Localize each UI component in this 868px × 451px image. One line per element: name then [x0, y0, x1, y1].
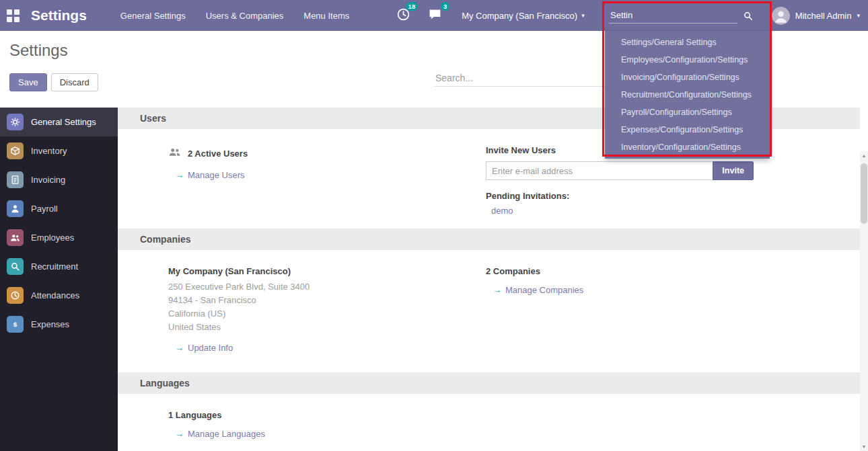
user-menu[interactable]: Mitchell Admin ▾ [772, 7, 860, 25]
companies-count: 2 Companies [486, 266, 768, 276]
sidebar-item-label: General Settings [31, 117, 96, 127]
sidebar-item-invoicing[interactable]: Invoicing [0, 165, 118, 194]
sidebar-item-employees[interactable]: Employees [0, 223, 118, 252]
company-address: 250 Executive Park Blvd, Suite 3400 9413… [168, 280, 486, 334]
arrow-right-icon: → [175, 429, 184, 439]
user-name-label: Mitchell Admin [795, 11, 852, 21]
sidebar-item-label: Invoicing [31, 175, 65, 185]
search-suggestion-item[interactable]: Expenses/Configuration/Settings [605, 121, 770, 138]
activities-button[interactable]: 18 [396, 7, 410, 24]
odoo-settings-screen: Settings General Settings Users & Compan… [0, 0, 868, 451]
sidebar-item-attendances[interactable]: Attendances [0, 281, 118, 310]
pending-invitations-label: Pending Invitations: [486, 191, 768, 201]
address-line: 250 Executive Park Blvd, Suite 3400 [168, 280, 486, 294]
scroll-up-arrow-icon[interactable]: ▲ [860, 153, 868, 158]
manage-languages-label: Manage Languages [188, 429, 265, 439]
scrollbar-thumb[interactable] [861, 163, 867, 224]
section-header-languages: Languages [118, 372, 860, 394]
gear-icon [7, 114, 24, 130]
manage-languages-link[interactable]: → Manage Languages [175, 429, 265, 439]
active-users-count: 2 Active Users [188, 149, 248, 159]
navbar-menus: General Settings Users & Companies Menu … [115, 7, 355, 25]
company-name: My Company (San Francisco) [168, 266, 486, 276]
arrow-right-icon: → [175, 170, 184, 180]
apps-grid-icon[interactable] [7, 9, 20, 22]
update-info-link[interactable]: → Update Info [175, 343, 233, 353]
search-icon[interactable] [743, 11, 753, 21]
vertical-scrollbar[interactable]: ▲ ▼ [860, 151, 868, 451]
sidebar-item-label: Employees [31, 233, 74, 243]
page-title: Settings [9, 41, 68, 60]
update-info-label: Update Info [188, 343, 233, 353]
dollar-icon: $ [7, 316, 24, 333]
sidebar-item-label: Payroll [31, 204, 58, 214]
search-suggestion-item[interactable]: Payroll/Configuration/Settings [605, 104, 770, 121]
users-group-icon [168, 145, 182, 161]
manage-companies-link[interactable]: → Manage Companies [493, 285, 583, 295]
save-button[interactable]: Save [9, 73, 47, 91]
control-panel-buttons: Save Discard [9, 73, 98, 91]
section-title: Users [140, 113, 166, 124]
languages-section: 1 Languages → Manage Languages [118, 394, 860, 451]
settings-sidebar: General Settings Inventory Invoicing Pay… [0, 108, 118, 451]
menu-users-companies[interactable]: Users & Companies [201, 7, 289, 25]
sidebar-item-label: Expenses [31, 319, 69, 329]
address-line: 94134 - San Francisco [168, 294, 486, 307]
manage-companies-label: Manage Companies [505, 285, 583, 295]
search-suggestion-item[interactable]: Employees/Configuration/Settings [605, 51, 770, 69]
arrow-right-icon: → [175, 343, 184, 353]
navbar-search [609, 5, 753, 26]
section-header-companies: Companies [118, 229, 860, 250]
app-title[interactable]: Settings [31, 7, 87, 24]
invoice-document-icon [7, 171, 24, 188]
settings-content: Users 2 Active Users → Manage Users Invi… [118, 108, 860, 451]
pending-invitation-demo-link[interactable]: demo [491, 206, 513, 216]
people-icon [7, 229, 24, 246]
svg-text:$: $ [13, 321, 17, 328]
search-suggestion-item[interactable]: Settings/General Settings [605, 34, 770, 51]
person-icon [7, 200, 24, 217]
box-icon [7, 142, 24, 159]
sidebar-item-payroll[interactable]: Payroll [0, 194, 118, 223]
menu-general-settings[interactable]: General Settings [115, 7, 191, 25]
chevron-down-icon: ▾ [857, 12, 860, 19]
messages-button[interactable]: 3 [428, 7, 442, 24]
arrow-right-icon: → [493, 285, 501, 295]
manage-users-label: Manage Users [188, 170, 245, 180]
sidebar-item-recruitment[interactable]: Recruitment [0, 252, 118, 281]
chevron-down-icon: ▾ [581, 12, 585, 19]
invite-button[interactable]: Invite [713, 161, 754, 180]
scroll-down-arrow-icon[interactable]: ▼ [860, 444, 868, 449]
search-suggestions-dropdown: Settings/General Settings Employees/Conf… [605, 31, 770, 159]
magnifier-icon [7, 258, 24, 275]
section-title: Companies [140, 234, 190, 245]
user-avatar [772, 7, 790, 25]
sidebar-item-label: Recruitment [31, 261, 78, 272]
address-line: California (US) [168, 307, 486, 321]
search-suggestion-item[interactable]: Inventory/Configuration/Settings [605, 138, 770, 156]
messages-badge: 3 [441, 2, 449, 11]
sidebar-item-label: Inventory [31, 146, 67, 156]
company-switcher[interactable]: My Company (San Francisco) ▾ [462, 11, 584, 21]
sidebar-item-inventory[interactable]: Inventory [0, 136, 118, 165]
chat-bubble-icon [428, 7, 442, 24]
discard-button[interactable]: Discard [51, 73, 98, 91]
sidebar-item-expenses[interactable]: $ Expenses [0, 310, 118, 339]
navbar-search-input[interactable] [609, 7, 737, 24]
sidebar-item-label: Attendances [31, 290, 79, 300]
search-suggestion-item[interactable]: Invoicing/Configuration/Settings [605, 69, 770, 86]
companies-section: My Company (San Francisco) 250 Executive… [118, 250, 860, 372]
address-line: United States [168, 321, 486, 334]
manage-users-link[interactable]: → Manage Users [175, 170, 245, 180]
languages-count: 1 Languages [168, 410, 486, 420]
sidebar-item-general-settings[interactable]: General Settings [0, 108, 118, 136]
menu-menu-items[interactable]: Menu Items [298, 7, 355, 25]
activities-badge: 18 [406, 2, 419, 11]
invite-input-group: Invite [486, 161, 754, 180]
search-suggestion-item[interactable]: Recruitment/Configuration/Settings [605, 86, 770, 104]
company-switcher-label: My Company (San Francisco) [462, 11, 577, 21]
clock-icon [7, 287, 24, 304]
invite-email-input[interactable] [486, 161, 713, 180]
section-title: Languages [140, 378, 190, 388]
